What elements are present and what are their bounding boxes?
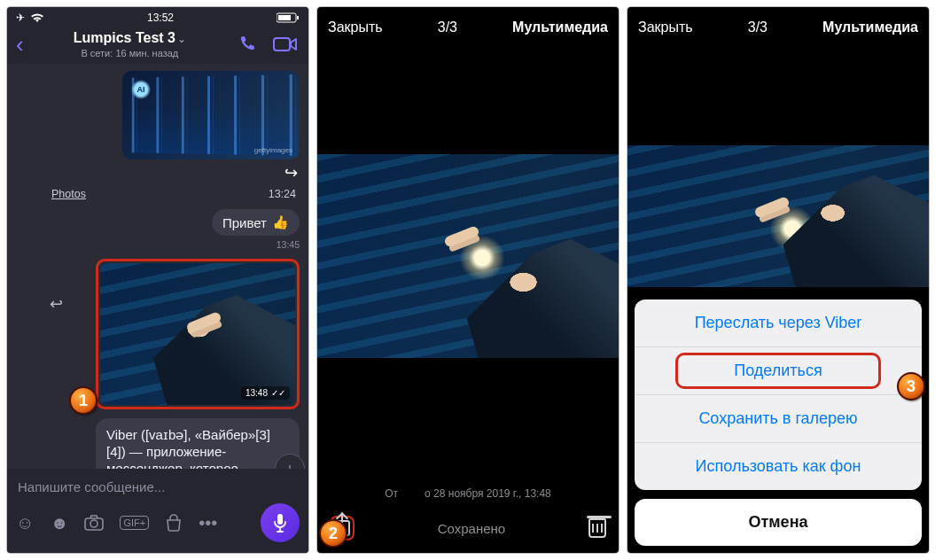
sheet-forward-viber[interactable]: Переслать через Viber	[635, 299, 922, 346]
image-message[interactable]: 13:48 ✓✓	[100, 263, 295, 405]
ai-badge-icon: AI	[129, 78, 152, 101]
sheet-set-wallpaper[interactable]: Использовать как фон	[635, 442, 922, 490]
step-marker: 2	[319, 519, 347, 548]
viewer-heading: Мультимедиа	[512, 19, 608, 35]
wifi-icon	[30, 12, 44, 23]
more-icon[interactable]: •••	[199, 513, 217, 533]
viewer-caption: От о 28 ноября 2019 г., 13:48	[317, 487, 619, 507]
svg-point-5	[90, 520, 97, 527]
emoji-icon[interactable]: ☻	[50, 513, 68, 533]
step-marker: 1	[69, 386, 97, 415]
presence-text: В сети: 16 мин. назад	[31, 48, 229, 58]
back-icon[interactable]: ‹	[12, 31, 27, 58]
thumbs-up-icon: 👍	[272, 214, 289, 230]
close-button[interactable]: Закрыть	[638, 19, 693, 35]
svg-rect-6	[277, 514, 283, 525]
battery-icon	[277, 12, 300, 23]
scroll-to-bottom-button[interactable]: ↓	[275, 454, 305, 469]
image-time: 13:48	[245, 388, 268, 398]
message-input[interactable]: Напишите сообщение...	[16, 479, 300, 494]
message-bubble-long[interactable]: Viber ([vaɪbə], «Вайбер»[3][4]) — прилож…	[96, 418, 300, 469]
highlight-ring	[675, 353, 881, 389]
long-message-text: Viber ([vaɪbə], «Вайбер»[3][4]) — прилож…	[106, 427, 270, 469]
delivered-icon: ✓✓	[271, 388, 285, 398]
media-counter: 3/3	[748, 19, 768, 35]
sheet-cancel[interactable]: Отмена	[635, 499, 922, 546]
message-text: Привет	[222, 215, 267, 230]
airplane-mode-icon: ✈	[16, 12, 25, 24]
trash-icon[interactable]	[588, 518, 606, 538]
viewer-heading: Мультимедиа	[822, 19, 918, 35]
mic-button[interactable]	[261, 503, 300, 542]
sheet-save-gallery[interactable]: Сохранить в галерею	[635, 394, 922, 442]
shop-icon[interactable]	[165, 514, 183, 532]
svg-rect-3	[274, 38, 290, 51]
svg-rect-2	[297, 16, 299, 19]
saved-label: Сохранено	[438, 521, 505, 536]
action-sheet: Переслать через Viber Поделиться Сохрани…	[635, 299, 922, 546]
image-watermark: gettyimages	[254, 146, 292, 154]
viewer-image[interactable]	[317, 154, 619, 358]
photos-link[interactable]: Photos	[51, 188, 86, 200]
forward-icon[interactable]: ↪	[16, 163, 298, 183]
highlight-ring: 13:48 ✓✓	[96, 259, 300, 409]
status-time: 13:52	[147, 12, 174, 24]
svg-rect-1	[278, 15, 291, 20]
sticker-smiley-icon[interactable]: ☺	[16, 513, 34, 533]
step-marker: 3	[897, 372, 925, 401]
viewer-image	[627, 145, 929, 287]
chat-body: AI gettyimages ↪ Photos 13:24 Привет 👍 1…	[7, 64, 308, 469]
sheet-share[interactable]: Поделиться	[635, 346, 922, 394]
gif-icon[interactable]: GIF+	[120, 516, 149, 530]
chat-header: ‹ Lumpics Test 3⌄ В сети: 16 мин. назад	[7, 28, 308, 64]
media-counter: 3/3	[438, 19, 457, 35]
media-viewer-screen: Закрыть 3/3 Мультимедиа От о 28 ноября 2…	[317, 7, 619, 553]
phone-icon[interactable]	[232, 34, 264, 55]
status-bar: ✈ 13:52	[7, 7, 308, 28]
composer: Напишите сообщение... ☺ ☻ GIF+ •••	[7, 469, 308, 553]
forward-arrow-icon[interactable]: ↩	[50, 294, 63, 314]
close-button[interactable]: Закрыть	[328, 19, 383, 35]
camera-icon[interactable]	[84, 515, 104, 531]
viber-chat-screen: ✈ 13:52 ‹ Lumpics Test 3⌄ В сети: 16 мин…	[7, 7, 308, 553]
attachment-time: 13:24	[269, 188, 296, 200]
chat-title[interactable]: Lumpics Test 3	[74, 30, 175, 45]
message-bubble[interactable]: Привет 👍	[212, 209, 300, 236]
image-attachment-preview[interactable]: AI gettyimages	[122, 71, 300, 159]
message-time: 13:45	[16, 236, 300, 250]
video-icon[interactable]	[268, 35, 303, 53]
chevron-down-icon[interactable]: ⌄	[177, 33, 186, 45]
media-viewer-with-actionsheet: Закрыть 3/3 Мультимедиа Переслать через …	[627, 7, 929, 553]
